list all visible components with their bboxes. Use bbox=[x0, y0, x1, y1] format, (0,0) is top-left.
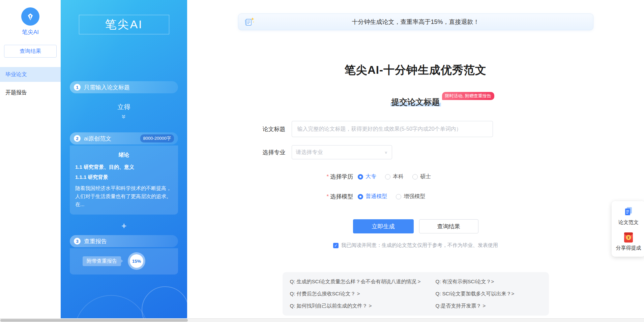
faq-item[interactable]: Q: 生成的SCI论文质量怎么样？会不会有胡说八道的情况 > bbox=[290, 279, 436, 285]
step-3-label: 查重报告 bbox=[84, 237, 107, 245]
faq-item[interactable]: Q: 付费后怎么接收SCI论文？ > bbox=[290, 291, 436, 297]
radio-model-normal[interactable]: 普通模型 bbox=[358, 193, 387, 200]
submit-title-heading: 提交论文标题 bbox=[390, 97, 441, 106]
generation-form: 论文标题 选择专业 请选择专业 ∨ * 选择学历 大专 bbox=[237, 121, 594, 249]
sidebar-item-proposal-report[interactable]: 开题报告 bbox=[0, 85, 61, 100]
radio-dot-icon bbox=[358, 174, 363, 180]
floating-side-panel: 论文范文 ¥ 分享得提成 bbox=[612, 201, 644, 257]
model-label: 选择模型 bbox=[330, 193, 353, 200]
share-commission-shortcut[interactable]: ¥ 分享得提成 bbox=[616, 232, 641, 251]
generate-button[interactable]: 立即生成 bbox=[353, 219, 414, 233]
faq-item[interactable]: Q: SCI论文要加载多久可以出来？> bbox=[436, 291, 541, 297]
radio-label: 硕士 bbox=[420, 173, 431, 180]
radio-dot-icon bbox=[412, 174, 418, 180]
required-mark: * bbox=[327, 193, 329, 200]
radio-degree-bachelor[interactable]: 本科 bbox=[385, 173, 404, 180]
step-1-pill: 1 只需输入论文标题 bbox=[70, 81, 178, 93]
thesis-title-input[interactable] bbox=[292, 121, 493, 137]
faq-item[interactable]: Q:是否支持开发票？ > bbox=[436, 303, 541, 309]
float-item-label: 论文范文 bbox=[618, 219, 639, 226]
app-window: 笔尖AI 查询结果 毕业论文 开题报告 笔尖AI 1 只需输入论文标题 立得 »… bbox=[0, 0, 644, 322]
degree-row: * 选择学历 大专 本科 硕士 bbox=[327, 173, 594, 181]
panel-title: 笔尖AI bbox=[79, 15, 169, 34]
radio-dot-icon bbox=[358, 194, 363, 199]
preview-outline-2: 1.1.1 研究背景 bbox=[75, 174, 173, 181]
float-item-label: 分享得提成 bbox=[616, 245, 641, 251]
limited-time-badge: 限时活动, 附赠查重报告 bbox=[442, 92, 494, 100]
yuan-coin-icon: ¥ bbox=[626, 235, 631, 240]
decorative-circle bbox=[142, 286, 187, 322]
plagiarism-percent: 15% bbox=[130, 254, 143, 268]
faq-item[interactable]: Q: 有没有示例SCI论文？> bbox=[436, 279, 541, 285]
agreement-text: 我已阅读并同意：生成的论文范文仅用于参考，不作为毕业、发表使用 bbox=[341, 242, 498, 249]
radio-dot-icon bbox=[385, 174, 390, 180]
step-2-pill: 2 ai原创范文 8000-20000字 bbox=[70, 132, 178, 144]
model-radio-group: 普通模型 增强模型 bbox=[358, 193, 425, 200]
required-mark: * bbox=[327, 173, 329, 180]
brand-name: 笔尖AI bbox=[0, 28, 61, 36]
sample-preview-card: 绪论 1.1 研究背景、目的、意义 1.1.1 研究背景 随着我国经济水平和科学… bbox=[70, 146, 178, 215]
plagiarism-percent-ring: 15% bbox=[128, 252, 145, 270]
pen-nib-icon bbox=[21, 7, 39, 26]
horizontal-scrollbar-thumb[interactable] bbox=[0, 319, 188, 322]
agreement-row: ✓ 我已阅读并同意：生成的论文范文仅用于参考，不作为毕业、发表使用 bbox=[237, 242, 594, 249]
step-2-number: 2 bbox=[74, 135, 81, 142]
radio-dot-icon bbox=[396, 194, 401, 199]
preview-paragraph: 随着我国经济水平和科学技术的不断提高，人们对于生活质量也有了更高层次的追求。在.… bbox=[75, 184, 173, 208]
faq-item[interactable]: Q: 如何找到自己以前生成的文件？ > bbox=[290, 303, 436, 309]
degree-radio-group: 大专 本科 硕士 bbox=[358, 173, 431, 180]
subtitle-row: 提交论文标题 限时活动, 附赠查重报告 bbox=[390, 97, 441, 107]
sidebar-query-results-button[interactable]: 查询结果 bbox=[4, 45, 57, 58]
radio-label: 大专 bbox=[365, 173, 376, 180]
agreement-checkbox[interactable]: ✓ bbox=[333, 243, 339, 248]
step-2-label: ai原创范文 bbox=[84, 135, 111, 142]
step-1-number: 1 bbox=[74, 84, 81, 91]
radio-model-enhanced[interactable]: 增强模型 bbox=[396, 193, 425, 200]
report-tag: 附带查重报告 bbox=[83, 256, 121, 266]
thesis-title-label: 论文标题 bbox=[237, 125, 292, 133]
action-buttons: 立即生成 查询结果 bbox=[237, 219, 594, 233]
major-select-placeholder: 请选择专业 bbox=[296, 149, 323, 156]
major-select[interactable]: 请选择专业 ∨ bbox=[292, 145, 392, 159]
radio-degree-college[interactable]: 大专 bbox=[358, 173, 376, 180]
preview-heading: 绪论 bbox=[75, 152, 173, 159]
chevron-down-icon: ∨ bbox=[384, 150, 388, 154]
documents-icon bbox=[623, 206, 634, 217]
process-panel: 笔尖AI 1 只需输入论文标题 立得 » 2 ai原创范文 8000-20000… bbox=[61, 0, 187, 322]
major-row: 选择专业 请选择专业 ∨ bbox=[237, 145, 594, 159]
radio-degree-master[interactable]: 硕士 bbox=[412, 173, 431, 180]
step-1-label: 只需输入论文标题 bbox=[84, 84, 130, 91]
instant-text: 立得 bbox=[70, 103, 178, 111]
step-3-number: 3 bbox=[74, 238, 81, 245]
preview-outline-1: 1.1 研究背景、目的、意义 bbox=[75, 164, 173, 170]
query-results-button[interactable]: 查询结果 bbox=[419, 219, 478, 233]
main-content: 十分钟生成论文，查重率高于15%，直接退款！ 笔尖AI-十分钟生成优秀范文 提交… bbox=[187, 0, 644, 322]
sidebar-item-graduation-thesis[interactable]: 毕业论文 bbox=[0, 67, 61, 82]
page-title: 笔尖AI-十分钟生成优秀范文 bbox=[345, 63, 487, 78]
thesis-title-row: 论文标题 bbox=[237, 121, 594, 137]
faq-section: Q: 生成的SCI论文质量怎么样？会不会有胡说八道的情况 > Q: 有没有示例S… bbox=[283, 272, 549, 316]
step-3-pill: 3 查重报告 bbox=[70, 235, 178, 247]
sidebar-menu: 毕业论文 开题报告 bbox=[0, 67, 61, 100]
report-card: 附带查重报告 15% bbox=[70, 248, 178, 275]
banner-text: 十分钟生成论文，查重率高于15%，直接退款！ bbox=[238, 18, 593, 26]
degree-label: 选择学历 bbox=[330, 173, 353, 181]
radio-label: 增强模型 bbox=[404, 193, 425, 200]
horizontal-scrollbar[interactable] bbox=[0, 318, 644, 322]
model-row: * 选择模型 普通模型 增强模型 bbox=[327, 193, 594, 200]
chevron-down-icon: » bbox=[70, 112, 178, 121]
brand-logo: 笔尖AI bbox=[0, 7, 61, 36]
radio-label: 本科 bbox=[393, 173, 404, 180]
decorative-circle bbox=[74, 295, 148, 322]
plus-icon: + bbox=[70, 221, 178, 231]
radio-label: 普通模型 bbox=[365, 193, 387, 200]
red-envelope-icon: ¥ bbox=[624, 232, 633, 243]
sample-papers-shortcut[interactable]: 论文范文 bbox=[618, 206, 639, 226]
promo-banner: 十分钟生成论文，查重率高于15%，直接退款！ bbox=[238, 13, 593, 30]
word-count-badge: 8000-20000字 bbox=[140, 134, 174, 142]
major-label: 选择专业 bbox=[237, 149, 292, 156]
sidebar: 笔尖AI 查询结果 毕业论文 开题报告 bbox=[0, 0, 61, 322]
